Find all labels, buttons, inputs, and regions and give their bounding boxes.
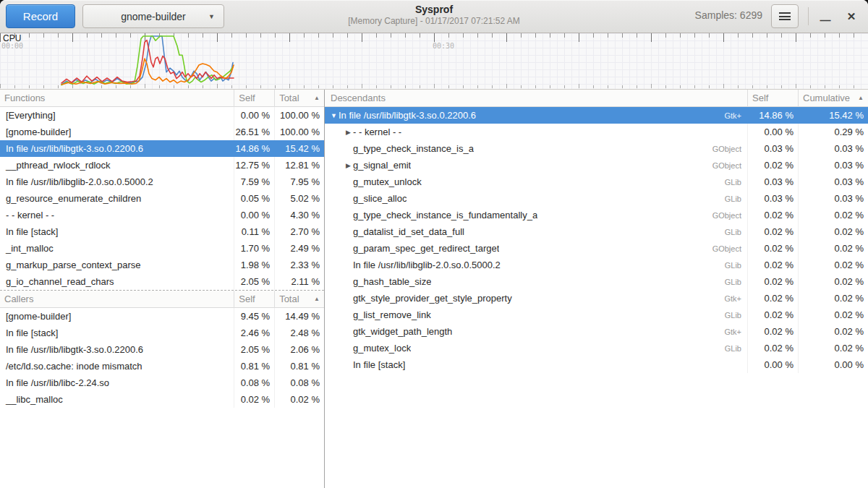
table-row[interactable]: /etc/ld.so.cache: inode mismatch0.81 %0.… xyxy=(0,358,324,374)
table-row[interactable]: [Everything]0.00 %100.00 % xyxy=(0,107,324,124)
callers-total-column-header[interactable]: Total▲ xyxy=(274,291,324,308)
category-badge: Gtk+ xyxy=(724,328,747,336)
functions-self-column-header[interactable]: Self xyxy=(234,90,274,107)
table-row[interactable]: g_mutex_unlockGLib0.03 %0.03 % xyxy=(325,174,868,190)
minimize-button[interactable]: — xyxy=(813,4,838,28)
table-row[interactable]: ▶- - kernel - -0.00 %0.29 % xyxy=(325,124,868,140)
function-name: /etc/ld.so.cache: inode mismatch xyxy=(0,358,234,374)
record-button[interactable]: Record xyxy=(6,4,75,28)
callers-self-column-header[interactable]: Self xyxy=(234,291,274,308)
close-button[interactable]: ✕ xyxy=(839,4,864,28)
descendant-name: g_type_check_instance_is_a xyxy=(353,143,474,154)
self-percent: 26.51 % xyxy=(234,124,274,140)
expander-icon[interactable]: ▶ xyxy=(344,129,353,136)
total-percent: 0.08 % xyxy=(274,374,324,391)
category-badge: GObject xyxy=(712,211,747,220)
menu-button[interactable] xyxy=(771,4,799,28)
self-percent: 0.00 % xyxy=(747,124,798,140)
descendant-name-cell: g_list_remove_linkGLib xyxy=(325,307,747,323)
function-name: __pthread_rwlock_rdlock xyxy=(0,157,234,174)
self-percent: 0.05 % xyxy=(234,190,274,207)
table-row[interactable]: In file [stack]0.00 %0.00 % xyxy=(325,356,868,373)
descendant-name: g_mutex_unlock xyxy=(353,176,422,187)
table-row[interactable]: In file /usr/lib/libglib-2.0.so.0.5000.2… xyxy=(325,257,868,273)
table-row[interactable]: In file [stack]0.11 %2.70 % xyxy=(0,223,324,240)
self-percent: 0.11 % xyxy=(234,223,274,240)
cpu-usage-graph[interactable]: CPU 00:00 00:30 xyxy=(0,33,868,90)
expander-icon[interactable]: ▶ xyxy=(344,162,353,169)
table-row[interactable]: g_hash_table_sizeGLib0.02 %0.02 % xyxy=(325,273,868,290)
function-name: _int_malloc xyxy=(0,240,234,257)
callers-table: [gnome-builder]9.45 %14.49 %In file [sta… xyxy=(0,308,324,408)
descendants-self-column-header[interactable]: Self xyxy=(747,90,798,107)
category-badge: GObject xyxy=(712,161,747,170)
table-row[interactable]: g_io_channel_read_chars2.05 %2.11 % xyxy=(0,273,324,290)
total-percent: 15.42 % xyxy=(274,140,324,157)
cumulative-percent: 0.00 % xyxy=(798,356,868,373)
descendant-name: In file [stack] xyxy=(353,359,405,370)
function-name: In file /usr/lib/libgtk-3.so.0.2200.6 xyxy=(0,140,234,157)
descendant-name: g_list_remove_link xyxy=(353,309,431,320)
main-content: Functions Self Total▲ [Everything]0.00 %… xyxy=(0,90,868,488)
functions-total-column-header[interactable]: Total▲ xyxy=(274,90,324,107)
table-row[interactable]: In file /usr/lib/libc-2.24.so0.08 %0.08 … xyxy=(0,374,324,391)
self-percent: 7.59 % xyxy=(234,174,274,190)
table-row[interactable]: g_datalist_id_set_data_fullGLib0.02 %0.0… xyxy=(325,223,868,240)
header-bar: Record gnome-builder ▼ Sysprof [Memory C… xyxy=(0,0,868,33)
cumulative-percent: 0.02 % xyxy=(798,290,868,307)
self-percent: 0.02 % xyxy=(747,290,798,307)
target-process-dropdown[interactable]: gnome-builder ▼ xyxy=(82,4,224,28)
table-row[interactable]: _int_malloc1.70 %2.49 % xyxy=(0,240,324,257)
self-percent: 0.03 % xyxy=(747,190,798,207)
table-row[interactable]: g_type_check_instance_is_aGObject0.03 %0… xyxy=(325,140,868,157)
table-row[interactable]: g_mutex_lockGLib0.02 %0.02 % xyxy=(325,340,868,356)
table-row[interactable]: ▼In file /usr/lib/libgtk-3.so.0.2200.6Gt… xyxy=(325,107,868,124)
self-percent: 0.02 % xyxy=(747,207,798,223)
self-percent: 0.08 % xyxy=(234,374,274,391)
function-name: [gnome-builder] xyxy=(0,308,234,325)
descendants-table: ▼In file /usr/lib/libgtk-3.so.0.2200.6Gt… xyxy=(325,107,868,373)
table-row[interactable]: g_slice_allocGLib0.03 %0.03 % xyxy=(325,190,868,207)
table-row[interactable]: In file /usr/lib/libglib-2.0.so.0.5000.2… xyxy=(0,174,324,190)
category-badge: GLib xyxy=(725,228,747,236)
table-row[interactable]: In file /usr/lib/libgtk-3.so.0.2200.62.0… xyxy=(0,341,324,358)
category-badge: GObject xyxy=(712,145,747,153)
function-name: g_markup_parse_context_parse xyxy=(0,257,234,273)
total-percent: 100.00 % xyxy=(274,124,324,140)
descendants-column-header[interactable]: Descendants xyxy=(325,90,747,107)
self-percent: 1.98 % xyxy=(234,257,274,273)
self-percent: 14.86 % xyxy=(747,107,798,124)
table-row[interactable]: g_param_spec_get_redirect_targetGObject0… xyxy=(325,240,868,257)
table-row[interactable]: - - kernel - -0.00 %4.30 % xyxy=(0,207,324,223)
descendants-cumulative-column-header[interactable]: Cumulative▲ xyxy=(798,90,868,107)
descendant-name-cell: g_datalist_id_set_data_fullGLib xyxy=(325,223,747,240)
cumulative-percent: 0.03 % xyxy=(798,140,868,157)
functions-column-header[interactable]: Functions xyxy=(0,90,234,107)
table-row[interactable]: __pthread_rwlock_rdlock12.75 %12.81 % xyxy=(0,157,324,174)
category-badge: GLib xyxy=(725,278,747,286)
cumulative-percent: 15.42 % xyxy=(798,107,868,124)
table-row[interactable]: g_type_check_instance_is_fundamentally_a… xyxy=(325,207,868,223)
table-row[interactable]: g_list_remove_linkGLib0.02 %0.02 % xyxy=(325,307,868,323)
descendant-name-cell: ▶g_signal_emitGObject xyxy=(325,157,747,174)
descendant-name-cell: ▶- - kernel - - xyxy=(325,124,747,140)
callers-column-header[interactable]: Callers xyxy=(0,291,234,308)
table-row[interactable]: ▶g_signal_emitGObject0.02 %0.03 % xyxy=(325,157,868,174)
table-row[interactable]: gtk_widget_path_lengthGtk+0.02 %0.02 % xyxy=(325,323,868,340)
table-row[interactable]: g_markup_parse_context_parse1.98 %2.33 % xyxy=(0,257,324,273)
descendant-name-cell: ▼In file /usr/lib/libgtk-3.so.0.2200.6Gt… xyxy=(325,107,747,124)
table-row[interactable]: In file [stack]2.46 %2.48 % xyxy=(0,325,324,341)
table-row[interactable]: In file /usr/lib/libgtk-3.so.0.2200.614.… xyxy=(0,140,324,157)
table-row[interactable]: [gnome-builder]9.45 %14.49 % xyxy=(0,308,324,325)
table-row[interactable]: __libc_malloc0.02 %0.02 % xyxy=(0,391,324,408)
descendant-name: - - kernel - - xyxy=(353,127,401,137)
sysprof-window: Record gnome-builder ▼ Sysprof [Memory C… xyxy=(0,0,868,488)
descendant-name-cell: g_hash_table_sizeGLib xyxy=(325,273,747,290)
expander-icon[interactable]: ▼ xyxy=(329,112,339,119)
descendant-name-cell: g_param_spec_get_redirect_targetGObject xyxy=(325,240,747,257)
total-percent: 2.06 % xyxy=(274,341,324,358)
table-row[interactable]: gtk_style_provider_get_style_propertyGtk… xyxy=(325,290,868,307)
table-row[interactable]: [gnome-builder]26.51 %100.00 % xyxy=(0,124,324,140)
table-row[interactable]: g_resource_enumerate_children0.05 %5.02 … xyxy=(0,190,324,207)
self-percent: 0.02 % xyxy=(747,307,798,323)
